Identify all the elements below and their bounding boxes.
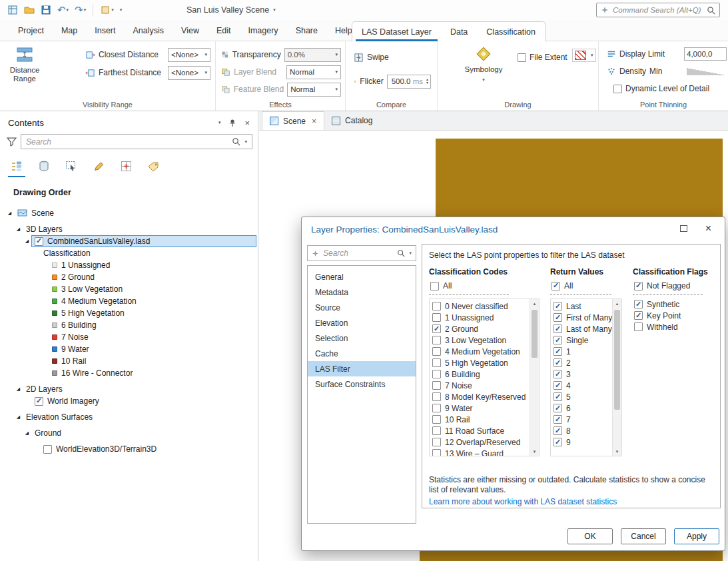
- file-extent-color-dropdown[interactable]: ▾: [572, 48, 596, 63]
- layout-gallery-button[interactable]: ▾: [98, 2, 116, 18]
- list-by-snapping-button[interactable]: [117, 159, 135, 177]
- tree-item-ground[interactable]: ◢Ground: [0, 427, 258, 439]
- chevron-down-icon[interactable]: ▾: [84, 7, 87, 13]
- tree-item-scene[interactable]: ◢Scene: [0, 207, 258, 219]
- checkbox[interactable]: [432, 358, 441, 367]
- codes-9-water[interactable]: 9 Water: [431, 402, 528, 414]
- close-pane-icon[interactable]: ×: [244, 118, 250, 128]
- checkbox[interactable]: [634, 300, 643, 308]
- tree-item-7-noise[interactable]: 7 Noise: [0, 331, 258, 343]
- flags-key-point[interactable]: Key Point: [633, 310, 718, 321]
- codes-scrollbar[interactable]: ▴ ▾: [530, 299, 539, 456]
- flags-synthetic[interactable]: Synthetic: [633, 298, 718, 310]
- display-limit-input[interactable]: [684, 47, 727, 61]
- expander-icon[interactable]: ◢: [14, 227, 23, 232]
- close-icon[interactable]: ×: [705, 223, 711, 235]
- tree-item-2-ground[interactable]: 2 Ground: [0, 271, 258, 283]
- checkbox[interactable]: [553, 313, 562, 322]
- transparency-dropdown[interactable]: 0.0%▾: [284, 48, 341, 62]
- tree-item-2d-layers[interactable]: ◢2D Layers: [0, 383, 258, 395]
- checkbox[interactable]: [432, 449, 441, 456]
- tab-project[interactable]: Project: [9, 20, 53, 41]
- flicker-interval-spinner[interactable]: 500.0 ms ▴▾: [387, 75, 431, 89]
- expander-icon[interactable]: ◢: [14, 414, 23, 420]
- checkbox[interactable]: [432, 347, 441, 356]
- codes-1-unassigned[interactable]: 1 Unassigned: [431, 312, 528, 323]
- codes-6-building[interactable]: 6 Building: [431, 368, 528, 380]
- dialog-nav-general[interactable]: General: [308, 269, 416, 284]
- contextual-tab-las-dataset-layer[interactable]: LAS Dataset Layer: [352, 22, 441, 41]
- visibility-checkbox[interactable]: [43, 445, 52, 454]
- flags-not-flagged[interactable]: Not Flagged: [633, 279, 718, 292]
- scroll-up-icon[interactable]: ▴: [530, 299, 539, 308]
- tree-item-classification[interactable]: Classification: [0, 247, 258, 259]
- returns-last[interactable]: Last: [552, 300, 611, 312]
- chevron-down-icon[interactable]: ▾: [244, 139, 247, 145]
- checkbox[interactable]: [432, 302, 441, 310]
- list-by-drawing-order-button[interactable]: [8, 159, 25, 177]
- codes-8-model-key-reserved[interactable]: 8 Model Key/Reserved: [431, 391, 528, 402]
- pin-icon[interactable]: [228, 119, 236, 127]
- tree-item-elevation-surfaces[interactable]: ◢Elevation Surfaces: [0, 411, 258, 423]
- dialog-titlebar[interactable]: Layer Properties: CombinedSanLuisValley.…: [302, 217, 725, 241]
- checkbox[interactable]: [553, 302, 562, 310]
- chevron-down-icon[interactable]: ▾: [111, 7, 114, 13]
- checkbox[interactable]: [432, 336, 441, 344]
- dialog-nav-cache[interactable]: Cache: [308, 346, 416, 361]
- farthest-distance-dropdown[interactable]: <None>▾: [168, 66, 210, 80]
- returns-first-of-many[interactable]: First of Many: [552, 312, 611, 323]
- codes-13-wire-guard[interactable]: 13 Wire – Guard: [431, 448, 528, 456]
- file-extent-checkbox[interactable]: [518, 53, 526, 62]
- dialog-nav-selection[interactable]: Selection: [308, 330, 416, 346]
- tab-insert[interactable]: Insert: [86, 20, 124, 41]
- checkbox[interactable]: [553, 324, 562, 333]
- expander-icon[interactable]: ◢: [5, 211, 14, 216]
- tree-item-9-water[interactable]: 9 Water: [0, 343, 258, 355]
- expander-icon[interactable]: ◢: [14, 386, 23, 392]
- checkbox[interactable]: [432, 404, 441, 412]
- returns-scrollbar[interactable]: ▴ ▾: [612, 299, 621, 456]
- chevron-down-icon[interactable]: ▾: [67, 7, 69, 13]
- checkbox[interactable]: [432, 313, 441, 322]
- cancel-button[interactable]: Cancel: [621, 528, 666, 544]
- spinner-arrows[interactable]: ▴▾: [426, 78, 428, 85]
- save-project-button[interactable]: [39, 2, 53, 18]
- checkbox[interactable]: [553, 426, 562, 435]
- command-search[interactable]: Command Search (Alt+Q): [596, 3, 720, 17]
- dialog-nav-metadata[interactable]: Metadata: [308, 284, 416, 300]
- density-slider[interactable]: [687, 68, 727, 75]
- checkbox[interactable]: [432, 381, 441, 390]
- tab-map[interactable]: Map: [53, 20, 86, 41]
- maximize-icon[interactable]: [680, 225, 687, 232]
- redo-button[interactable]: ↷▾: [73, 2, 88, 18]
- scroll-thumb[interactable]: [614, 310, 620, 410]
- tree-item-6-building[interactable]: 6 Building: [0, 319, 258, 331]
- codes-4-medium-vegetation[interactable]: 4 Medium Vegetation: [431, 346, 528, 357]
- view-tab-catalog[interactable]: Catalog: [324, 111, 380, 130]
- checkbox[interactable]: [432, 324, 441, 333]
- returns-6[interactable]: 6: [552, 402, 611, 414]
- closest-distance-dropdown[interactable]: <None>▾: [168, 48, 210, 62]
- returns-2[interactable]: 2: [552, 357, 611, 368]
- tab-imagery[interactable]: Imagery: [239, 20, 286, 41]
- tree-item-worldelevation3d-terrain3d[interactable]: WorldElevation3D/Terrain3D: [0, 443, 258, 455]
- tree-item-16-wire-connector[interactable]: 16 Wire - Connector: [0, 367, 258, 379]
- returns-7[interactable]: 7: [552, 414, 611, 425]
- tree-item-combinedsanluisvalley-lasd[interactable]: ◢CombinedSanLuisValley.lasd: [0, 235, 258, 247]
- tree-item-5-high-vegetation[interactable]: 5 High Vegetation: [0, 307, 258, 319]
- pane-options-chevron-icon[interactable]: ▾: [218, 120, 221, 125]
- codes-10-rail[interactable]: 10 Rail: [431, 414, 528, 425]
- open-project-button[interactable]: [22, 2, 37, 18]
- returns-8[interactable]: 8: [552, 425, 611, 436]
- scroll-down-icon[interactable]: ▾: [530, 447, 539, 456]
- dialog-nav-las-filter[interactable]: LAS Filter: [308, 361, 416, 376]
- visibility-checkbox[interactable]: [35, 237, 43, 246]
- filter-icon[interactable]: [7, 137, 17, 147]
- scroll-up-icon[interactable]: ▴: [613, 299, 621, 308]
- checkbox[interactable]: [432, 426, 441, 435]
- contextual-tab-data[interactable]: Data: [441, 22, 477, 41]
- feature-blend-dropdown[interactable]: Normal▾: [287, 83, 341, 97]
- swipe-button[interactable]: Swipe: [354, 50, 431, 65]
- dialog-nav-source[interactable]: Source: [308, 300, 416, 315]
- checkbox[interactable]: [553, 370, 562, 378]
